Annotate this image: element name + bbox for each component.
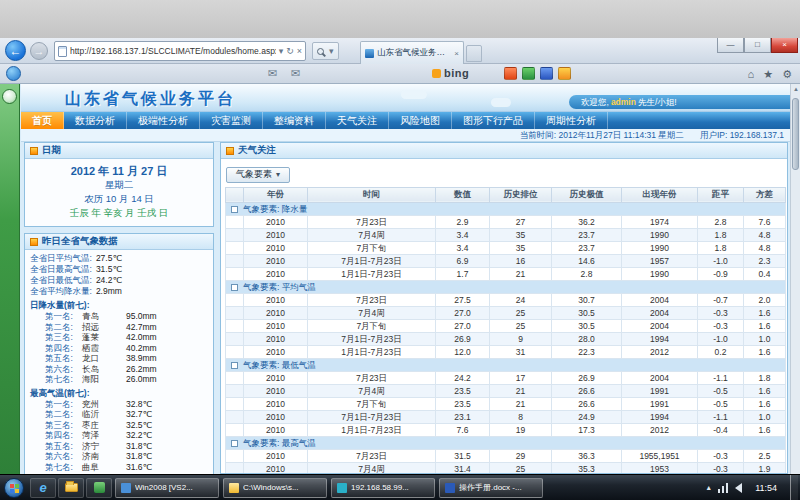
nav-item-8[interactable]: 图形下行产品 bbox=[452, 112, 535, 129]
close-button[interactable]: × bbox=[771, 38, 798, 53]
page-scrollbar[interactable]: ▲ bbox=[790, 84, 800, 474]
checkbox-icon[interactable] bbox=[231, 206, 238, 213]
table-row[interactable]: 20107月4周3.43523.719901.84.8 bbox=[226, 228, 786, 241]
table-row[interactable]: 20107月下旬23.52126.61991-0.51.6 bbox=[226, 397, 786, 410]
rank-label: 第二名: bbox=[45, 322, 78, 333]
table-cell: 7月23日 bbox=[308, 293, 436, 306]
rank-line: 第一名:兖州32.8℃ bbox=[30, 399, 208, 410]
addon-icon-4[interactable] bbox=[558, 67, 571, 80]
table-row[interactable]: 20107月23日31.52936.31955,1951-0.32.5 bbox=[226, 449, 786, 462]
address-dropdown-icon[interactable]: ▾ bbox=[279, 42, 284, 60]
nav-item-1[interactable]: 首页 bbox=[21, 112, 64, 129]
addon-icon-1[interactable] bbox=[504, 67, 517, 80]
nav-item-5[interactable]: 整编资料 bbox=[263, 112, 326, 129]
table-row[interactable]: 20107月1日-7月23日23.1824.91994-1.11.0 bbox=[226, 410, 786, 423]
table-cell: 26.6 bbox=[552, 397, 622, 410]
mail-send-icon[interactable]: ✉ bbox=[291, 67, 300, 80]
addon-icon-3[interactable] bbox=[540, 67, 553, 80]
table-row[interactable]: 20107月23日24.21726.92004-1.11.8 bbox=[226, 371, 786, 384]
taskbar-window-button[interactable]: Win2008 [VS2... bbox=[115, 478, 219, 498]
nav-item-6[interactable]: 天气关注 bbox=[326, 112, 389, 129]
maximize-button[interactable]: □ bbox=[744, 38, 771, 53]
tab-close-icon[interactable]: × bbox=[454, 49, 459, 58]
home-icon[interactable]: ⌂ bbox=[748, 66, 755, 82]
table-row[interactable]: 20101月1日-7月23日1.7212.81990-0.90.4 bbox=[226, 267, 786, 280]
taskbar-ie-button[interactable]: e bbox=[30, 478, 56, 498]
address-bar[interactable]: ▾ ↻ × bbox=[54, 41, 306, 61]
refresh-icon[interactable]: ↻ bbox=[286, 42, 294, 60]
table-group-row[interactable]: 气象要素: 降水量 bbox=[226, 202, 786, 215]
nav-item-4[interactable]: 灾害监测 bbox=[200, 112, 263, 129]
nav-item-2[interactable]: 数据分析 bbox=[64, 112, 127, 129]
table-group-row[interactable]: 气象要素: 最高气温 bbox=[226, 436, 786, 449]
filter-button-label: 气象要素 bbox=[236, 168, 272, 181]
taskbar-window-button[interactable]: 操作手册.docx -... bbox=[439, 478, 543, 498]
search-icon[interactable] bbox=[317, 48, 324, 55]
welcome-bar: 欢迎您,admin先生/小姐! bbox=[569, 95, 794, 109]
browser-nav-row: ← → ▾ ↻ × ▾ 山东省气候业务平台 × — □ × bbox=[0, 38, 800, 64]
minimize-button[interactable]: — bbox=[717, 38, 744, 53]
network-icon[interactable] bbox=[718, 483, 729, 493]
table-row[interactable]: 20101月1日-7月23日7.61917.32012-0.41.6 bbox=[226, 423, 786, 436]
favorites-star-icon[interactable]: ★ bbox=[763, 66, 773, 82]
tray-up-arrow-icon[interactable]: ▲ bbox=[705, 484, 712, 491]
taskbar-window-button[interactable]: 192.168.58.99... bbox=[331, 478, 435, 498]
bing-logo[interactable]: bing bbox=[432, 67, 469, 79]
windows-flag-icon bbox=[10, 484, 19, 493]
table-row[interactable]: 20101月1日-7月23日12.03122.320120.21.6 bbox=[226, 345, 786, 358]
search-dropdown-icon[interactable]: ▾ bbox=[329, 42, 334, 60]
checkbox-icon[interactable] bbox=[231, 362, 238, 369]
table-group-row[interactable]: 气象要素: 平均气温 bbox=[226, 280, 786, 293]
table-row[interactable]: 20107月23日27.52430.72004-0.72.0 bbox=[226, 293, 786, 306]
date-panel-title: 日期 bbox=[42, 144, 61, 157]
checkbox-icon[interactable] bbox=[231, 440, 238, 447]
taskbar-app-button[interactable] bbox=[86, 478, 112, 498]
tab-title: 山东省气候业务平台 bbox=[377, 47, 451, 59]
table-row[interactable]: 20107月1日-7月23日6.91614.61957-1.02.3 bbox=[226, 254, 786, 267]
table-row[interactable]: 20107月4周31.42535.31953-0.31.9 bbox=[226, 462, 786, 474]
taskbar-window-label: 192.168.58.99... bbox=[351, 483, 409, 492]
rank-value: 32.2℃ bbox=[126, 430, 152, 441]
volume-icon[interactable] bbox=[735, 483, 742, 493]
nav-item-7[interactable]: 风险地图 bbox=[389, 112, 452, 129]
table-cell: 2010 bbox=[244, 215, 308, 228]
toolbar-logo-icon[interactable] bbox=[6, 66, 21, 81]
checkbox-icon[interactable] bbox=[231, 284, 238, 291]
search-cluster[interactable]: ▾ bbox=[312, 42, 339, 60]
nav-item-9[interactable]: 周期性分析 bbox=[535, 112, 608, 129]
bing-label: bing bbox=[444, 67, 469, 79]
start-button[interactable] bbox=[4, 478, 24, 498]
table-cell: 7月下旬 bbox=[308, 397, 436, 410]
taskbar-explorer-button[interactable] bbox=[58, 478, 84, 498]
table-row[interactable]: 20107月4周23.52126.61991-0.51.6 bbox=[226, 384, 786, 397]
taskbar-clock[interactable]: 11:54 bbox=[748, 475, 784, 500]
weather-panel: 昨日全省气象数据 全省日平均气温:27.5℃全省日最高气温:31.5℃全省日最低… bbox=[24, 233, 214, 474]
new-tab-button[interactable] bbox=[466, 45, 482, 62]
table-row[interactable]: 20107月4周27.02530.52004-0.31.6 bbox=[226, 306, 786, 319]
nav-item-3[interactable]: 极端性分析 bbox=[127, 112, 200, 129]
table-row[interactable]: 20107月下旬3.43523.719901.84.8 bbox=[226, 241, 786, 254]
element-filter-button[interactable]: 气象要素 ▾ bbox=[226, 167, 290, 183]
table-row[interactable]: 20107月下旬27.02530.52004-0.31.6 bbox=[226, 319, 786, 332]
table-cell: 1990 bbox=[622, 241, 698, 254]
scroll-up-icon[interactable]: ▲ bbox=[791, 86, 800, 92]
table-cell: 2.3 bbox=[744, 254, 786, 267]
table-cell: 1991 bbox=[622, 397, 698, 410]
bing-dot-icon bbox=[432, 69, 441, 78]
table-group-row[interactable]: 气象要素: 最低气温 bbox=[226, 358, 786, 371]
url-input[interactable] bbox=[70, 46, 276, 56]
row-check-cell bbox=[226, 449, 244, 462]
scrollbar-thumb[interactable] bbox=[792, 98, 799, 170]
browser-forward-button[interactable]: → bbox=[30, 42, 48, 60]
show-desktop-button[interactable] bbox=[790, 475, 798, 500]
browser-tab[interactable]: 山东省气候业务平台 × bbox=[360, 41, 464, 64]
stop-icon[interactable]: × bbox=[297, 42, 302, 60]
table-row[interactable]: 20107月1日-7月23日26.9928.01994-1.01.0 bbox=[226, 332, 786, 345]
tools-gear-icon[interactable]: ⚙ bbox=[782, 66, 792, 82]
taskbar-window-button[interactable]: C:\Windows\s... bbox=[223, 478, 327, 498]
rank-value: 26.2mm bbox=[126, 364, 157, 375]
table-row[interactable]: 20107月23日2.92736.219742.87.6 bbox=[226, 215, 786, 228]
addon-icon-2[interactable] bbox=[522, 67, 535, 80]
browser-back-button[interactable]: ← bbox=[5, 40, 26, 61]
mail-icon[interactable]: ✉ bbox=[268, 67, 277, 80]
